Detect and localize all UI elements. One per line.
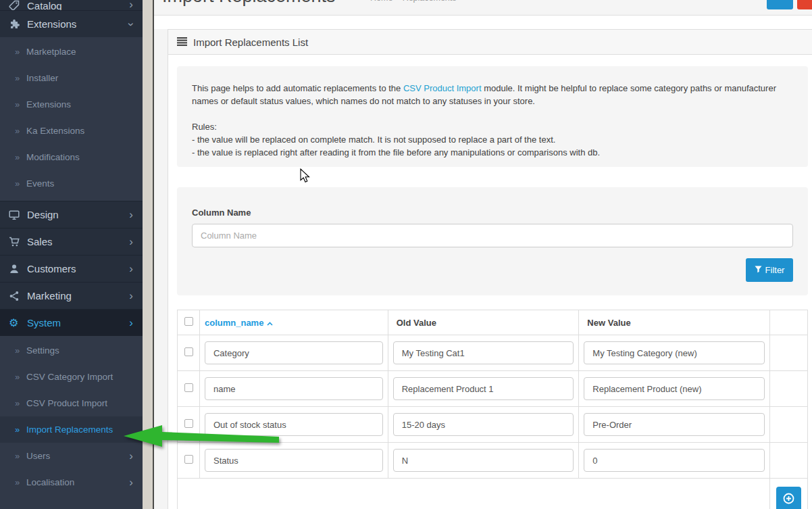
info-rules: Rules: - the value will be replaced on c… <box>192 120 793 159</box>
table-row <box>178 371 808 407</box>
angles-right-icon: » <box>15 477 26 487</box>
sidebar-item-marketplace[interactable]: » Marketplace <box>0 39 143 65</box>
save-button[interactable] <box>767 0 793 9</box>
monitor-icon <box>9 210 27 220</box>
column-name-input[interactable] <box>205 341 383 364</box>
sidebar-item-label: Marketing <box>27 290 129 301</box>
breadcrumb-home-link[interactable]: Home <box>370 0 392 3</box>
angles-right-icon: » <box>15 99 26 110</box>
sidebar-item-ka-extensions[interactable]: » Ka Extensions <box>0 118 143 144</box>
csv-product-import-link[interactable]: CSV Product Import <box>403 83 482 93</box>
sidebar-item-label: Modifications <box>26 152 133 162</box>
new-value-input[interactable] <box>584 341 765 364</box>
sidebar-item-label: Sales <box>27 236 129 247</box>
rule-line: - the value will be replaced on complete… <box>192 133 793 146</box>
header-gap <box>154 16 812 29</box>
sidebar-item-sales[interactable]: Sales › <box>0 228 143 255</box>
old-value-header: Old Value <box>388 310 579 335</box>
sidebar-item-label: Extensions <box>26 99 133 110</box>
breadcrumb: Home > Replacements <box>370 0 457 3</box>
sidebar-item-label: Ka Extensions <box>26 126 133 136</box>
rule-line: - the value is replaced right after read… <box>192 146 793 159</box>
angles-right-icon: » <box>15 372 26 382</box>
sidebar-item-settings[interactable]: » Settings <box>0 337 143 364</box>
sidebar-item-label: Import Replacements <box>26 425 133 435</box>
chevron-right-icon: › <box>129 318 133 328</box>
sidebar-item-csv-category-import[interactable]: » CSV Category Import <box>0 364 143 390</box>
sidebar-item-label: Settings <box>26 345 133 356</box>
table-header-row: column_name Old Value New Value <box>178 310 808 335</box>
sidebar-item-customers[interactable]: Customers › <box>0 255 143 282</box>
sort-asc-icon <box>267 318 273 328</box>
sidebar-item-extensions[interactable]: Extensions › <box>0 10 143 37</box>
breadcrumb-current: Replacements <box>403 0 457 3</box>
sidebar-item-label: Localisation <box>26 477 129 487</box>
share-icon <box>9 291 27 301</box>
chevron-right-icon: › <box>129 452 133 461</box>
sidebar-item-events[interactable]: » Events <box>0 170 143 197</box>
sidebar-item-label: CSV Category Import <box>26 372 133 382</box>
row-checkbox[interactable] <box>184 347 193 356</box>
angles-right-icon: » <box>15 178 26 189</box>
tag-icon <box>9 0 27 10</box>
old-value-input[interactable] <box>393 413 574 436</box>
sidebar-item-label: System <box>27 317 129 329</box>
angles-right-icon: » <box>15 152 26 162</box>
sidebar-item-label: CSV Product Import <box>26 398 133 408</box>
chevron-right-icon: › <box>129 264 133 274</box>
old-value-input[interactable] <box>393 377 574 400</box>
filter-box: Column Name Filter <box>177 187 808 295</box>
gear-icon: ⚙ <box>9 318 27 329</box>
column-name-input[interactable] <box>205 449 383 472</box>
new-value-input[interactable] <box>584 449 765 472</box>
filter-label: Column Name <box>192 208 793 218</box>
sidebar-item-label: Marketplace <box>26 47 133 57</box>
angles-right-icon: » <box>15 398 26 408</box>
sidebar-item-label: Customers <box>27 263 129 274</box>
page-header: Import Replacements Home > Replacements <box>154 0 812 16</box>
filter-button[interactable]: Filter <box>746 258 793 282</box>
breadcrumb-separator: > <box>395 0 400 3</box>
sidebar-item-label: Events <box>26 178 133 189</box>
info-box: This page helps to add automatic replace… <box>177 66 808 167</box>
cancel-button[interactable] <box>797 0 812 9</box>
chevron-right-icon: › <box>129 291 133 301</box>
select-all-checkbox[interactable] <box>184 317 193 326</box>
sidebar-item-label: Installer <box>26 73 133 83</box>
new-value-header: New Value <box>579 310 770 335</box>
angles-right-icon: » <box>15 345 26 356</box>
panel-heading: Import Replacements List <box>168 30 812 55</box>
sidebar-item-system[interactable]: ⚙ System › <box>0 309 143 336</box>
new-value-input[interactable] <box>584 413 765 436</box>
sidebar-item-label: Extensions <box>27 18 129 30</box>
rules-title: Rules: <box>192 120 793 133</box>
sidebar-item-catalog[interactable]: Catalog › <box>0 0 143 10</box>
sidebar-item-localisation[interactable]: » Localisation › <box>0 469 143 495</box>
list-icon <box>177 37 187 48</box>
green-arrow-annotation <box>122 422 284 450</box>
column-name-filter-input[interactable] <box>192 224 793 247</box>
new-value-input[interactable] <box>584 377 765 400</box>
sidebar-item-label: Users <box>26 451 129 461</box>
old-value-input[interactable] <box>393 449 574 472</box>
table-row <box>178 335 808 371</box>
admin-app: Catalog › Extensions › » Marketplace » I… <box>0 0 812 509</box>
add-row-button[interactable] <box>776 487 801 509</box>
row-checkbox[interactable] <box>184 383 193 392</box>
panel-title: Import Replacements List <box>193 37 308 48</box>
sidebar-item-extensions-sub[interactable]: » Extensions <box>0 91 143 118</box>
sidebar-item-design[interactable]: Design › <box>0 201 143 228</box>
sidebar-item-csv-product-import[interactable]: » CSV Product Import <box>0 390 143 416</box>
sidebar-item-modifications[interactable]: » Modifications <box>0 144 143 170</box>
chevron-right-icon: › <box>129 478 133 487</box>
old-value-input[interactable] <box>393 341 574 364</box>
puzzle-icon <box>9 19 27 30</box>
row-checkbox[interactable] <box>184 455 193 464</box>
table-footer-row <box>178 479 808 509</box>
sidebar-item-marketing[interactable]: Marketing › <box>0 282 143 309</box>
mouse-cursor <box>300 168 311 183</box>
angles-right-icon: » <box>15 425 26 435</box>
sidebar-item-installer[interactable]: » Installer <box>0 65 143 91</box>
column-name-input[interactable] <box>205 377 383 400</box>
sort-column-name-link[interactable]: column_name <box>205 318 273 328</box>
